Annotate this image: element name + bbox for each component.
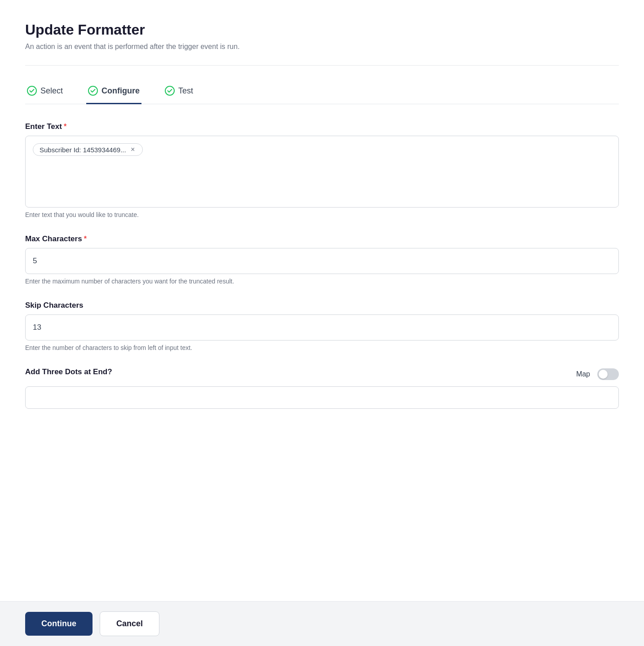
map-label: Map <box>576 370 590 378</box>
continue-button[interactable]: Continue <box>25 612 93 636</box>
tag-remove-button[interactable]: × <box>129 146 137 154</box>
tag-text: Subscriber Id: 1453934469... <box>40 146 126 154</box>
page-title: Update Formatter <box>25 22 619 38</box>
skip-characters-input[interactable] <box>25 314 619 341</box>
max-characters-input[interactable] <box>25 248 619 274</box>
tab-select-label: Select <box>40 86 63 96</box>
enter-text-label: Enter Text * <box>25 122 619 131</box>
max-characters-required: * <box>84 235 87 243</box>
cancel-button[interactable]: Cancel <box>100 611 159 636</box>
divider <box>25 65 619 66</box>
svg-point-0 <box>27 86 36 95</box>
tab-test[interactable]: Test <box>163 80 195 104</box>
skip-characters-hint: Enter the number of characters to skip f… <box>25 344 619 351</box>
tabs-container: Select Configure <box>25 80 619 104</box>
enter-text-hint: Enter text that you would like to trunca… <box>25 211 619 218</box>
subscriber-id-tag[interactable]: Subscriber Id: 1453934469... × <box>33 143 143 156</box>
add-three-dots-toggle[interactable] <box>597 368 619 380</box>
add-three-dots-label: Add Three Dots at End? <box>25 367 112 376</box>
tab-configure[interactable]: Configure <box>86 80 141 104</box>
configure-check-icon <box>88 86 98 96</box>
add-three-dots-row: Add Three Dots at End? Map <box>25 367 619 381</box>
max-characters-label: Max Characters * <box>25 235 619 243</box>
toggle-group: Map <box>576 368 619 380</box>
tab-configure-label: Configure <box>101 86 140 96</box>
skip-characters-label: Skip Characters <box>25 301 619 310</box>
bottom-action-bar: Continue Cancel <box>0 601 644 646</box>
select-check-icon <box>27 86 37 96</box>
test-check-icon <box>165 86 175 96</box>
tab-test-label: Test <box>178 86 193 96</box>
svg-point-2 <box>165 86 174 95</box>
max-characters-hint: Enter the maximum number of characters y… <box>25 278 619 285</box>
tab-select[interactable]: Select <box>25 80 65 104</box>
max-characters-section: Max Characters * Enter the maximum numbe… <box>25 235 619 285</box>
partial-visible-field[interactable] <box>25 386 619 409</box>
enter-text-required: * <box>64 123 66 131</box>
enter-text-section: Enter Text * Subscriber Id: 1453934469..… <box>25 122 619 218</box>
add-three-dots-section: Add Three Dots at End? Map <box>25 367 619 409</box>
svg-point-1 <box>88 86 97 95</box>
page-subtitle: An action is an event that is performed … <box>25 43 619 51</box>
enter-text-input[interactable]: Subscriber Id: 1453934469... × <box>25 136 619 208</box>
skip-characters-section: Skip Characters Enter the number of char… <box>25 301 619 351</box>
